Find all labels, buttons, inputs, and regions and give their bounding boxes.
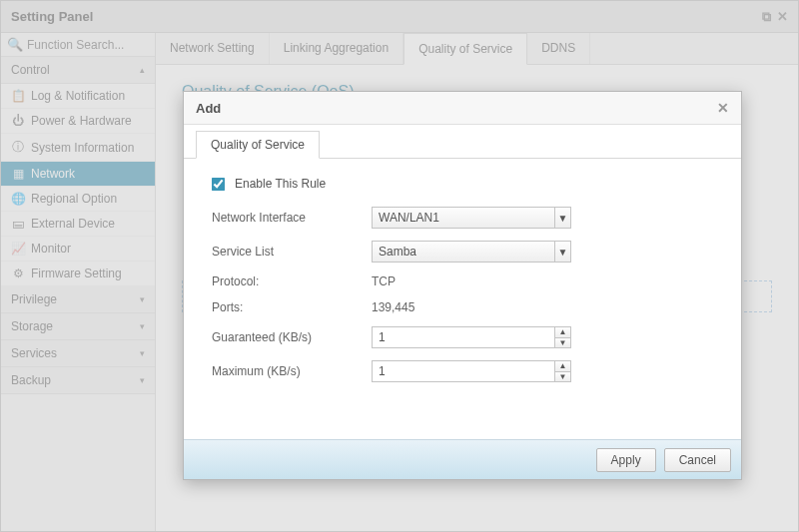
cancel-button[interactable]: Cancel: [664, 448, 731, 472]
row-guaranteed: Guaranteed (KB/s) 1 ▲ ▼: [212, 326, 713, 348]
enable-rule-checkbox[interactable]: [212, 177, 226, 191]
modal-tab-qos[interactable]: Quality of Service: [196, 131, 320, 159]
modal-body: Enable This Rule Network Interface WAN/L…: [184, 159, 741, 439]
chevron-down-icon: ▼: [554, 242, 570, 262]
row-service-list: Service List Samba ▼: [212, 241, 713, 263]
label-maximum: Maximum (KB/s): [212, 364, 372, 378]
spinner-down-icon[interactable]: ▼: [555, 372, 570, 382]
row-network-interface: Network Interface WAN/LAN1 ▼: [212, 207, 713, 229]
input-guaranteed[interactable]: 1 ▲ ▼: [372, 326, 571, 348]
select-service-list[interactable]: Samba ▼: [372, 241, 571, 263]
value-ports: 139,445: [372, 300, 414, 314]
settings-window: Setting Panel ⧉ ✕ 🔍 Control ▴ 📋Log & Not…: [0, 0, 799, 532]
row-maximum: Maximum (KB/s) 1 ▲ ▼: [212, 360, 713, 382]
row-protocol: Protocol: TCP: [212, 274, 713, 288]
apply-button[interactable]: Apply: [596, 448, 656, 472]
enable-rule-label: Enable This Rule: [235, 177, 326, 191]
chevron-down-icon: ▼: [554, 208, 570, 228]
modal-tabs: Quality of Service: [184, 125, 741, 159]
select-network-interface[interactable]: WAN/LAN1 ▼: [372, 207, 571, 229]
select-service-list-value: Samba: [379, 245, 416, 259]
modal-close-icon[interactable]: ✕: [717, 100, 729, 116]
spinner-up-icon[interactable]: ▲: [555, 327, 570, 338]
input-maximum[interactable]: 1 ▲ ▼: [372, 360, 571, 382]
modal-title: Add: [196, 101, 221, 116]
label-service-list: Service List: [212, 245, 372, 259]
spinner-down-icon[interactable]: ▼: [555, 338, 570, 348]
enable-rule-row: Enable This Rule: [212, 177, 713, 191]
modal-titlebar: Add ✕: [184, 92, 741, 125]
select-network-interface-value: WAN/LAN1: [379, 211, 439, 225]
label-network-interface: Network Interface: [212, 211, 372, 225]
value-protocol: TCP: [372, 274, 396, 288]
add-qos-modal: Add ✕ Quality of Service Enable This Rul…: [183, 91, 742, 480]
label-protocol: Protocol:: [212, 274, 372, 288]
modal-footer: Apply Cancel: [184, 439, 741, 479]
spinner-guaranteed: ▲ ▼: [554, 327, 570, 347]
input-maximum-value: 1: [379, 364, 386, 378]
spinner-up-icon[interactable]: ▲: [555, 361, 570, 372]
label-ports: Ports:: [212, 300, 372, 314]
spinner-maximum: ▲ ▼: [554, 361, 570, 381]
label-guaranteed: Guaranteed (KB/s): [212, 330, 372, 344]
row-ports: Ports: 139,445: [212, 300, 713, 314]
input-guaranteed-value: 1: [379, 330, 386, 344]
